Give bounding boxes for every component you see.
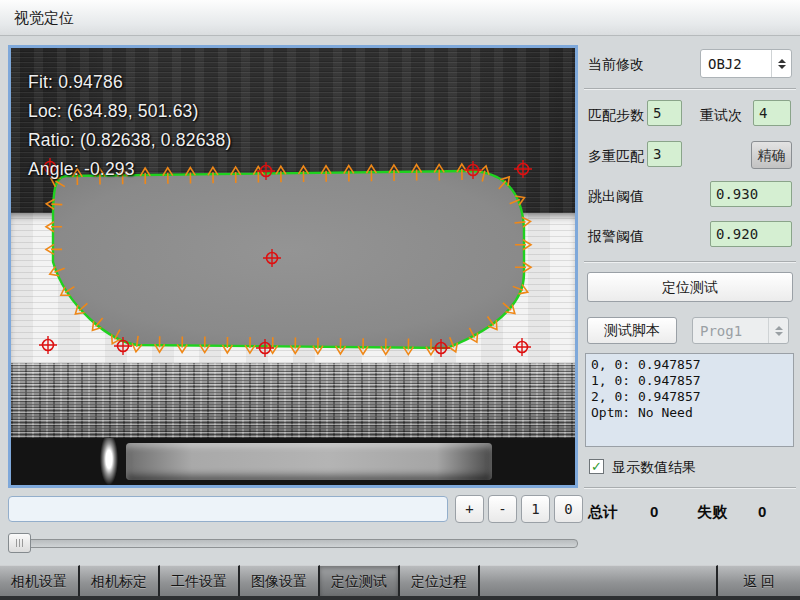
result-line: Optm: No Need (591, 405, 788, 421)
zoom-in-button[interactable]: + (455, 495, 484, 523)
spinner-icon (768, 318, 788, 343)
camera-view[interactable]: Fit: 0.94786 Loc: (634.89, 501.63) Ratio… (8, 45, 578, 488)
alarm-threshold-label: 报警阈值 (588, 228, 644, 246)
tab-bar-spacer (480, 565, 718, 596)
multi-match-label: 多重匹配 (588, 148, 644, 166)
spinner-icon[interactable] (771, 50, 791, 77)
locate-test-button[interactable]: 定位测试 (587, 272, 793, 302)
separator (584, 487, 796, 489)
app-window: 视觉定位 Fit: 0.94786 Loc: (634.89, 501. (0, 0, 800, 600)
bottom-tab-bar: 相机设置 相机标定 工件设置 图像设置 定位测试 定位过程 返 回 (0, 565, 800, 600)
page-title: 视觉定位 (14, 9, 74, 28)
tab-image-setup[interactable]: 图像设置 (240, 565, 320, 596)
jump-threshold-input[interactable]: 0.930 (710, 181, 792, 207)
fail-label: 失败 (697, 503, 727, 522)
alarm-threshold-input[interactable]: 0.920 (710, 221, 792, 247)
matched-object-outline (53, 171, 524, 348)
tab-camera-calibration[interactable]: 相机标定 (80, 565, 160, 596)
image-scroll-handle[interactable] (8, 533, 31, 553)
total-label: 总计 (588, 503, 618, 522)
object-select-value: OBJ2 (701, 56, 771, 72)
object-select[interactable]: OBJ2 (700, 49, 792, 78)
show-numeric-label: 显示数值结果 (612, 459, 696, 477)
tab-camera-setup[interactable]: 相机设置 (0, 565, 80, 596)
jump-threshold-label: 跳出阈值 (588, 188, 644, 206)
tab-locate-test[interactable]: 定位测试 (320, 565, 400, 596)
tab-locate-process[interactable]: 定位过程 (400, 565, 480, 596)
result-line: 0, 0: 0.947857 (591, 357, 788, 373)
program-select[interactable]: Prog1 (692, 317, 789, 344)
retry-input[interactable]: 4 (753, 100, 791, 126)
result-log[interactable]: 0, 0: 0.947857 1, 0: 0.947857 2, 0: 0.94… (585, 353, 794, 447)
match-result-overlay: Fit: 0.94786 Loc: (634.89, 501.63) Ratio… (28, 68, 231, 184)
check-icon: ✓ (591, 459, 602, 474)
current-edit-label: 当前修改 (588, 56, 644, 74)
loc-value: Loc: (634.89, 501.63) (28, 97, 231, 126)
test-script-button[interactable]: 测试脚本 (587, 317, 677, 344)
total-value: 0 (650, 503, 658, 520)
zoom-1x-button[interactable]: 1 (521, 495, 550, 523)
title-bar: 视觉定位 (0, 0, 800, 36)
precise-button[interactable]: 精确 (751, 141, 792, 169)
show-numeric-checkbox[interactable]: ✓ (589, 459, 604, 474)
ratio-value: Ratio: (0.82638, 0.82638) (28, 126, 231, 155)
fail-value: 0 (758, 503, 766, 520)
zoom-out-button[interactable]: - (488, 495, 517, 523)
result-line: 2, 0: 0.947857 (591, 389, 788, 405)
separator (584, 88, 796, 90)
separator (584, 261, 796, 263)
zoom-fit-button[interactable]: 0 (554, 495, 583, 523)
program-select-value: Prog1 (693, 323, 768, 339)
fit-value: Fit: 0.94786 (28, 68, 231, 97)
match-steps-label: 匹配步数 (588, 107, 644, 125)
match-steps-input[interactable]: 5 (647, 100, 682, 126)
back-button[interactable]: 返 回 (718, 565, 800, 596)
image-scroll-track[interactable] (8, 539, 578, 548)
tab-workpiece-setup[interactable]: 工件设置 (160, 565, 240, 596)
retry-label: 重试次 (700, 107, 742, 125)
angle-value: Angle: -0.293 (28, 155, 231, 184)
result-line: 1, 0: 0.947857 (591, 373, 788, 389)
command-input[interactable] (8, 496, 448, 522)
multi-match-input[interactable]: 3 (647, 141, 682, 167)
